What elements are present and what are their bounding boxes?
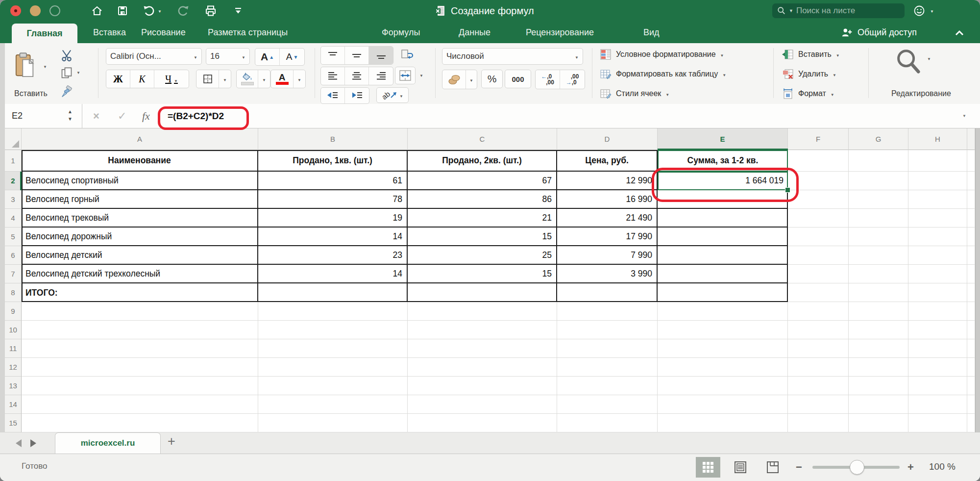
borders-button[interactable] bbox=[196, 70, 219, 88]
ribbon-tab-1[interactable]: Главная bbox=[12, 24, 77, 43]
undo-icon[interactable] bbox=[143, 5, 155, 17]
row-header-4[interactable]: 4 bbox=[5, 209, 22, 228]
cell-F5[interactable] bbox=[788, 228, 849, 246]
cell-E3[interactable] bbox=[658, 190, 788, 209]
merge-dropdown-icon[interactable]: ▼ bbox=[419, 74, 423, 78]
cell-B2[interactable]: 61 bbox=[258, 172, 408, 190]
cell-G3[interactable] bbox=[849, 190, 908, 209]
enter-button[interactable]: ✓ bbox=[118, 104, 126, 128]
cell-G1[interactable] bbox=[849, 150, 908, 172]
decrease-indent-button[interactable] bbox=[321, 88, 345, 103]
cell-A1[interactable]: Наименование bbox=[22, 150, 258, 172]
row-header-7[interactable]: 7 bbox=[5, 265, 22, 283]
row-header-2[interactable]: 2 bbox=[5, 172, 22, 190]
redo-icon[interactable] bbox=[177, 5, 189, 17]
fill-handle[interactable] bbox=[785, 187, 790, 193]
row-header-9[interactable]: 9 bbox=[5, 302, 22, 321]
cell-B15[interactable] bbox=[258, 414, 408, 432]
column-header-G[interactable]: G bbox=[849, 128, 908, 150]
home-icon[interactable] bbox=[91, 5, 103, 17]
ribbon-tab-8[interactable]: Вид bbox=[643, 22, 660, 43]
paste-dropdown-icon[interactable]: ▼ bbox=[43, 65, 47, 69]
cell-D6[interactable]: 7 990 bbox=[557, 246, 658, 265]
cell-D13[interactable] bbox=[557, 377, 658, 395]
cell-G2[interactable] bbox=[849, 172, 908, 190]
page-layout-view-button[interactable] bbox=[728, 457, 753, 478]
paste-button[interactable] bbox=[10, 46, 41, 86]
cell-G15[interactable] bbox=[849, 414, 908, 432]
cell-C1[interactable]: Продано, 2кв. (шт.) bbox=[408, 150, 557, 172]
row-header-12[interactable]: 12 bbox=[5, 358, 22, 377]
cell-F1[interactable] bbox=[788, 150, 849, 172]
normal-view-button[interactable] bbox=[696, 457, 720, 478]
ribbon-tab-3[interactable]: Рисование bbox=[141, 22, 186, 43]
wrap-text-button[interactable] bbox=[398, 46, 416, 64]
cell-F10[interactable] bbox=[788, 321, 849, 339]
cell-D3[interactable]: 16 990 bbox=[557, 190, 658, 209]
row-header-15[interactable]: 15 bbox=[5, 414, 22, 432]
percent-style-button[interactable]: % bbox=[481, 70, 503, 88]
cell-A8[interactable]: ИТОГО: bbox=[22, 283, 258, 302]
number-format-select[interactable]: Числовой bbox=[442, 48, 583, 65]
find-select-icon[interactable] bbox=[894, 47, 922, 76]
cell-B1[interactable]: Продано, 1кв. (шт.) bbox=[258, 150, 408, 172]
stepper-down-icon[interactable]: ▼ bbox=[68, 115, 73, 123]
cell-H15[interactable] bbox=[908, 414, 967, 432]
save-icon[interactable] bbox=[117, 5, 128, 17]
cell-A13[interactable] bbox=[22, 377, 258, 395]
zoom-out-button[interactable]: − bbox=[796, 461, 802, 474]
copy-icon[interactable] bbox=[61, 67, 73, 79]
ribbon-tab-5[interactable]: Формулы bbox=[382, 22, 420, 43]
cell-B9[interactable] bbox=[258, 302, 408, 321]
row-header-3[interactable]: 3 bbox=[5, 190, 22, 209]
cell-B12[interactable] bbox=[258, 358, 408, 377]
cell-F2[interactable] bbox=[788, 172, 849, 190]
vertical-scrollbar[interactable] bbox=[975, 128, 980, 432]
row-header-6[interactable]: 6 bbox=[5, 246, 22, 265]
toolbar-customize-icon[interactable] bbox=[232, 5, 244, 17]
underline-button[interactable]: Ч bbox=[154, 70, 189, 88]
ribbon-tab-7[interactable]: Рецензирование bbox=[526, 22, 594, 43]
cancel-button[interactable]: × bbox=[93, 104, 99, 128]
print-icon[interactable] bbox=[205, 5, 217, 17]
cell-F3[interactable] bbox=[788, 190, 849, 209]
cell-B6[interactable]: 23 bbox=[258, 246, 408, 265]
insert-function-button[interactable]: fx bbox=[142, 104, 150, 128]
cell-B14[interactable] bbox=[258, 395, 408, 414]
cell-A3[interactable]: Велосипед горный bbox=[22, 190, 258, 209]
cell-E13[interactable] bbox=[658, 377, 788, 395]
cut-scissors-icon[interactable] bbox=[60, 49, 74, 62]
cell-A9[interactable] bbox=[22, 302, 258, 321]
cell-H9[interactable] bbox=[908, 302, 967, 321]
cell-styles-button[interactable]: Стили ячеек bbox=[600, 85, 669, 102]
font-size-select[interactable]: 16 bbox=[206, 48, 250, 65]
cell-H6[interactable] bbox=[908, 246, 967, 265]
formula-bar-expand-icon[interactable]: ▼ bbox=[962, 114, 966, 118]
align-middle-button[interactable] bbox=[345, 47, 369, 64]
cell-B4[interactable]: 19 bbox=[258, 209, 408, 228]
italic-button[interactable]: К bbox=[130, 70, 154, 88]
cell-H14[interactable] bbox=[908, 395, 967, 414]
cell-E6[interactable] bbox=[658, 246, 788, 265]
cell-A6[interactable]: Велосипед детский bbox=[22, 246, 258, 265]
cell-B7[interactable]: 14 bbox=[258, 265, 408, 283]
cell-F14[interactable] bbox=[788, 395, 849, 414]
grow-font-button[interactable]: A▲ bbox=[255, 49, 280, 65]
cell-E10[interactable] bbox=[658, 321, 788, 339]
cell-G9[interactable] bbox=[849, 302, 908, 321]
font-color-button[interactable]: А bbox=[271, 70, 294, 88]
cell-E1[interactable]: Сумма, за 1-2 кв. bbox=[658, 150, 788, 172]
shrink-font-button[interactable]: A▼ bbox=[280, 49, 304, 65]
sheet-tab-active[interactable]: microexcel.ru bbox=[55, 432, 161, 454]
column-header-E[interactable]: E bbox=[658, 128, 788, 150]
cell-C11[interactable] bbox=[408, 339, 557, 358]
cell-G12[interactable] bbox=[849, 358, 908, 377]
cell-E8[interactable] bbox=[658, 283, 788, 302]
cell-G10[interactable] bbox=[849, 321, 908, 339]
share-button[interactable]: Общий доступ bbox=[841, 22, 917, 43]
row-header-11[interactable]: 11 bbox=[5, 339, 22, 358]
smiley-feedback-icon[interactable] bbox=[913, 5, 925, 17]
cell-G7[interactable] bbox=[849, 265, 908, 283]
zoom-in-button[interactable]: + bbox=[907, 461, 914, 474]
conditional-formatting-button[interactable]: Условное форматирование bbox=[600, 46, 724, 63]
